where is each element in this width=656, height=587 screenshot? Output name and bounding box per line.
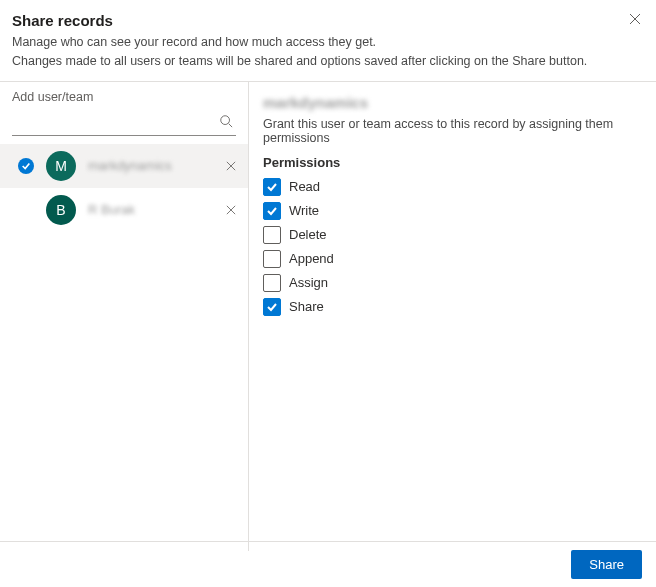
user-row[interactable]: M markdynamics [0,144,248,188]
svg-point-0 [221,116,230,125]
dialog-content: Add user/team M markdynamics [0,82,656,551]
permission-read[interactable]: Read [263,176,642,198]
checkbox[interactable] [263,274,281,292]
permissions-instruction: Grant this user or team access to this r… [263,117,642,145]
user-search-input[interactable] [12,108,236,134]
user-name: R Burak [88,202,222,217]
avatar: M [46,151,76,181]
remove-user-button[interactable] [222,201,240,219]
permission-append[interactable]: Append [263,248,642,270]
close-icon [226,205,236,215]
selected-check-icon [18,158,34,174]
svg-line-1 [229,124,233,128]
permission-delete[interactable]: Delete [263,224,642,246]
user-list: M markdynamics B R Burak [0,142,248,232]
close-icon [629,13,641,25]
avatar: B [46,195,76,225]
permissions-panel: markdynamics Grant this user or team acc… [249,82,656,551]
description-line-1: Manage who can see your record and how m… [12,33,644,52]
permission-label: Share [289,299,324,314]
permission-label: Write [289,203,319,218]
dialog-footer: Share [0,541,656,587]
share-button[interactable]: Share [571,550,642,579]
user-panel: Add user/team M markdynamics [0,82,249,551]
permission-label: Delete [289,227,327,242]
permission-label: Assign [289,275,328,290]
close-button[interactable] [626,10,644,28]
permission-share[interactable]: Share [263,296,642,318]
selected-user-name: markdynamics [263,94,642,111]
permission-label: Append [289,251,334,266]
user-name: markdynamics [88,158,222,173]
search-icon[interactable] [218,113,234,129]
checkbox[interactable] [263,250,281,268]
checkbox[interactable] [263,226,281,244]
user-search-field[interactable] [12,108,236,136]
dialog-header: Share records [0,0,656,33]
user-row[interactable]: B R Burak [0,188,248,232]
dialog-description: Manage who can see your record and how m… [0,33,656,81]
close-icon [226,161,236,171]
checkbox[interactable] [263,298,281,316]
checkbox[interactable] [263,202,281,220]
add-user-label: Add user/team [0,82,248,108]
remove-user-button[interactable] [222,157,240,175]
permission-label: Read [289,179,320,194]
description-line-2: Changes made to all users or teams will … [12,52,644,71]
share-dialog: Share records Manage who can see your re… [0,0,656,587]
checkbox[interactable] [263,178,281,196]
permission-assign[interactable]: Assign [263,272,642,294]
permission-write[interactable]: Write [263,200,642,222]
dialog-title: Share records [12,12,644,29]
permissions-heading: Permissions [263,155,642,170]
